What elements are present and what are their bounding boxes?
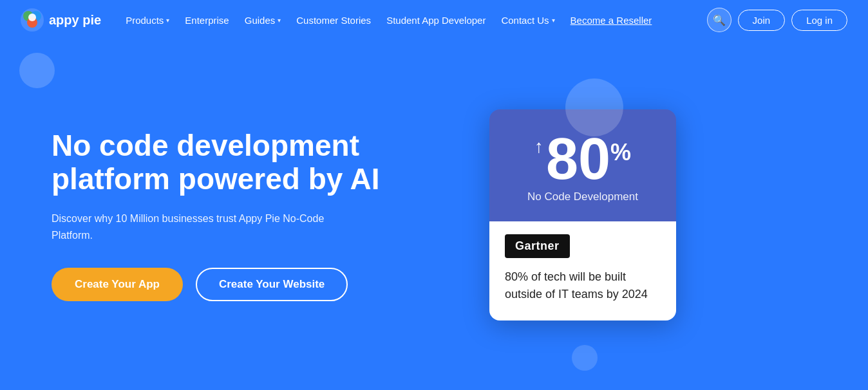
stat-percent-sign: %: [610, 139, 631, 166]
card-bottom: Gartner 80% of tech will be built outsid…: [489, 221, 676, 320]
stat-card-wrapper: ↑ 80 % No Code Development Gartner 80% o…: [489, 109, 676, 320]
nav-item-enterprise[interactable]: Enterprise: [178, 11, 235, 30]
brand-name: appy pie: [49, 13, 101, 28]
arrow-up-icon: ↑: [534, 136, 543, 157]
hero-content: No code development platform powered by …: [52, 129, 451, 302]
nav-item-guides[interactable]: Guides ▾: [238, 11, 288, 30]
nav-item-products[interactable]: Products ▾: [119, 11, 176, 30]
svg-point-4: [28, 14, 36, 21]
nav-item-student-dev[interactable]: Student App Developer: [380, 11, 492, 30]
card-quote: 80% of tech will be built outside of IT …: [505, 268, 661, 302]
navbar: appy pie Products ▾ Enterprise Guides ▾ …: [0, 0, 868, 40]
stat-percent-number: 80: [546, 130, 610, 188]
nav-item-customer-stories[interactable]: Customer Stories: [290, 11, 377, 30]
nav-item-contact[interactable]: Contact Us ▾: [495, 11, 561, 30]
chevron-down-icon: ▾: [166, 17, 169, 24]
search-icon: 🔍: [713, 14, 726, 26]
hero-title: No code development platform powered by …: [52, 129, 451, 197]
chevron-down-icon: ▾: [552, 17, 555, 24]
join-button[interactable]: Join: [738, 10, 786, 31]
nav-links: Products ▾ Enterprise Guides ▾ Customer …: [119, 11, 706, 30]
logo-icon: [21, 8, 44, 32]
card-stat: ↑ 80 %: [534, 130, 631, 188]
chevron-down-icon: ▾: [278, 17, 281, 24]
decorative-circle: [572, 345, 598, 371]
stat-card-label: No Code Development: [527, 190, 638, 203]
nav-right: 🔍 Join Log in: [707, 8, 847, 32]
logo-link[interactable]: appy pie: [21, 8, 101, 32]
nav-item-reseller[interactable]: Become a Reseller: [564, 11, 659, 30]
login-button[interactable]: Log in: [791, 10, 847, 31]
stat-card: ↑ 80 % No Code Development Gartner 80% o…: [489, 109, 676, 320]
search-button[interactable]: 🔍: [707, 8, 731, 32]
hero-section: No code development platform powered by …: [0, 40, 868, 390]
create-app-button[interactable]: Create Your App: [52, 268, 183, 301]
gartner-badge: Gartner: [505, 234, 570, 258]
card-top: ↑ 80 % No Code Development: [489, 109, 676, 221]
hero-buttons: Create Your App Create Your Website: [52, 268, 451, 301]
hero-subtitle: Discover why 10 Million businesses trust…: [52, 210, 348, 243]
create-website-button[interactable]: Create Your Website: [196, 268, 348, 301]
